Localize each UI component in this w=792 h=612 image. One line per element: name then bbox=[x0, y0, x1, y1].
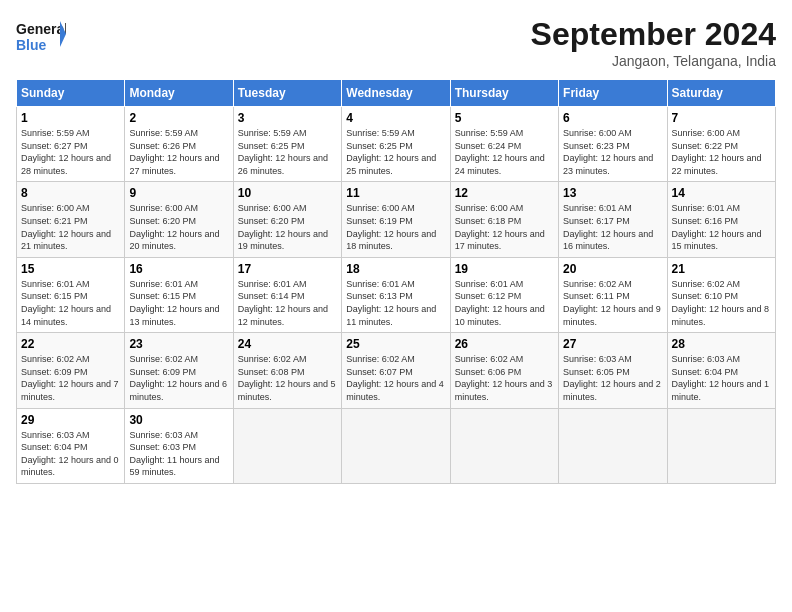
day-number: 9 bbox=[129, 186, 228, 200]
day-info: Sunrise: 6:03 AM Sunset: 6:04 PM Dayligh… bbox=[672, 353, 771, 403]
calendar-week-row: 22 Sunrise: 6:02 AM Sunset: 6:09 PM Dayl… bbox=[17, 333, 776, 408]
header: General Blue September 2024 Jangaon, Tel… bbox=[16, 16, 776, 69]
calendar-day-cell: 20 Sunrise: 6:02 AM Sunset: 6:11 PM Dayl… bbox=[559, 257, 667, 332]
day-info: Sunrise: 6:01 AM Sunset: 6:14 PM Dayligh… bbox=[238, 278, 337, 328]
day-info: Sunrise: 6:01 AM Sunset: 6:15 PM Dayligh… bbox=[21, 278, 120, 328]
calendar-day-cell bbox=[450, 408, 558, 483]
calendar-day-cell: 8 Sunrise: 6:00 AM Sunset: 6:21 PM Dayli… bbox=[17, 182, 125, 257]
day-info: Sunrise: 6:02 AM Sunset: 6:09 PM Dayligh… bbox=[129, 353, 228, 403]
day-number: 23 bbox=[129, 337, 228, 351]
day-info: Sunrise: 6:00 AM Sunset: 6:21 PM Dayligh… bbox=[21, 202, 120, 252]
day-info: Sunrise: 5:59 AM Sunset: 6:25 PM Dayligh… bbox=[346, 127, 445, 177]
calendar-day-cell: 12 Sunrise: 6:00 AM Sunset: 6:18 PM Dayl… bbox=[450, 182, 558, 257]
day-info: Sunrise: 6:02 AM Sunset: 6:06 PM Dayligh… bbox=[455, 353, 554, 403]
calendar-day-cell: 9 Sunrise: 6:00 AM Sunset: 6:20 PM Dayli… bbox=[125, 182, 233, 257]
svg-text:General: General bbox=[16, 21, 66, 37]
calendar-day-cell: 6 Sunrise: 6:00 AM Sunset: 6:23 PM Dayli… bbox=[559, 107, 667, 182]
day-number: 27 bbox=[563, 337, 662, 351]
day-info: Sunrise: 6:00 AM Sunset: 6:22 PM Dayligh… bbox=[672, 127, 771, 177]
day-info: Sunrise: 6:02 AM Sunset: 6:07 PM Dayligh… bbox=[346, 353, 445, 403]
calendar-day-cell: 24 Sunrise: 6:02 AM Sunset: 6:08 PM Dayl… bbox=[233, 333, 341, 408]
day-info: Sunrise: 6:03 AM Sunset: 6:03 PM Dayligh… bbox=[129, 429, 228, 479]
day-info: Sunrise: 6:00 AM Sunset: 6:20 PM Dayligh… bbox=[129, 202, 228, 252]
calendar-day-cell: 18 Sunrise: 6:01 AM Sunset: 6:13 PM Dayl… bbox=[342, 257, 450, 332]
calendar-day-cell: 7 Sunrise: 6:00 AM Sunset: 6:22 PM Dayli… bbox=[667, 107, 775, 182]
day-info: Sunrise: 5:59 AM Sunset: 6:24 PM Dayligh… bbox=[455, 127, 554, 177]
calendar-day-cell bbox=[233, 408, 341, 483]
day-info: Sunrise: 5:59 AM Sunset: 6:26 PM Dayligh… bbox=[129, 127, 228, 177]
day-number: 26 bbox=[455, 337, 554, 351]
calendar-day-cell: 4 Sunrise: 5:59 AM Sunset: 6:25 PM Dayli… bbox=[342, 107, 450, 182]
day-number: 3 bbox=[238, 111, 337, 125]
day-number: 21 bbox=[672, 262, 771, 276]
day-info: Sunrise: 6:00 AM Sunset: 6:20 PM Dayligh… bbox=[238, 202, 337, 252]
day-number: 1 bbox=[21, 111, 120, 125]
day-number: 6 bbox=[563, 111, 662, 125]
calendar-day-cell: 23 Sunrise: 6:02 AM Sunset: 6:09 PM Dayl… bbox=[125, 333, 233, 408]
calendar-day-cell: 28 Sunrise: 6:03 AM Sunset: 6:04 PM Dayl… bbox=[667, 333, 775, 408]
calendar-day-header: Sunday bbox=[17, 80, 125, 107]
calendar-day-cell: 3 Sunrise: 5:59 AM Sunset: 6:25 PM Dayli… bbox=[233, 107, 341, 182]
calendar-day-cell: 1 Sunrise: 5:59 AM Sunset: 6:27 PM Dayli… bbox=[17, 107, 125, 182]
day-info: Sunrise: 6:00 AM Sunset: 6:18 PM Dayligh… bbox=[455, 202, 554, 252]
calendar-header-row: SundayMondayTuesdayWednesdayThursdayFrid… bbox=[17, 80, 776, 107]
day-number: 4 bbox=[346, 111, 445, 125]
day-number: 17 bbox=[238, 262, 337, 276]
month-title: September 2024 bbox=[531, 16, 776, 53]
day-info: Sunrise: 6:01 AM Sunset: 6:16 PM Dayligh… bbox=[672, 202, 771, 252]
calendar-day-cell: 16 Sunrise: 6:01 AM Sunset: 6:15 PM Dayl… bbox=[125, 257, 233, 332]
calendar-day-cell: 11 Sunrise: 6:00 AM Sunset: 6:19 PM Dayl… bbox=[342, 182, 450, 257]
calendar-day-cell: 22 Sunrise: 6:02 AM Sunset: 6:09 PM Dayl… bbox=[17, 333, 125, 408]
day-number: 14 bbox=[672, 186, 771, 200]
day-number: 2 bbox=[129, 111, 228, 125]
calendar-day-header: Friday bbox=[559, 80, 667, 107]
day-number: 5 bbox=[455, 111, 554, 125]
day-info: Sunrise: 6:03 AM Sunset: 6:05 PM Dayligh… bbox=[563, 353, 662, 403]
day-number: 19 bbox=[455, 262, 554, 276]
calendar-table: SundayMondayTuesdayWednesdayThursdayFrid… bbox=[16, 79, 776, 484]
day-number: 16 bbox=[129, 262, 228, 276]
day-number: 13 bbox=[563, 186, 662, 200]
calendar-day-cell: 2 Sunrise: 5:59 AM Sunset: 6:26 PM Dayli… bbox=[125, 107, 233, 182]
day-info: Sunrise: 5:59 AM Sunset: 6:25 PM Dayligh… bbox=[238, 127, 337, 177]
day-number: 25 bbox=[346, 337, 445, 351]
day-info: Sunrise: 6:01 AM Sunset: 6:13 PM Dayligh… bbox=[346, 278, 445, 328]
day-info: Sunrise: 6:02 AM Sunset: 6:10 PM Dayligh… bbox=[672, 278, 771, 328]
day-number: 28 bbox=[672, 337, 771, 351]
calendar-day-header: Tuesday bbox=[233, 80, 341, 107]
calendar-day-cell: 10 Sunrise: 6:00 AM Sunset: 6:20 PM Dayl… bbox=[233, 182, 341, 257]
calendar-day-cell: 17 Sunrise: 6:01 AM Sunset: 6:14 PM Dayl… bbox=[233, 257, 341, 332]
calendar-day-header: Wednesday bbox=[342, 80, 450, 107]
calendar-day-cell: 19 Sunrise: 6:01 AM Sunset: 6:12 PM Dayl… bbox=[450, 257, 558, 332]
calendar-day-header: Thursday bbox=[450, 80, 558, 107]
calendar-day-cell bbox=[667, 408, 775, 483]
calendar-day-cell: 27 Sunrise: 6:03 AM Sunset: 6:05 PM Dayl… bbox=[559, 333, 667, 408]
day-number: 18 bbox=[346, 262, 445, 276]
day-info: Sunrise: 6:01 AM Sunset: 6:15 PM Dayligh… bbox=[129, 278, 228, 328]
calendar-day-cell bbox=[342, 408, 450, 483]
calendar-day-cell: 14 Sunrise: 6:01 AM Sunset: 6:16 PM Dayl… bbox=[667, 182, 775, 257]
calendar-day-header: Saturday bbox=[667, 80, 775, 107]
svg-text:Blue: Blue bbox=[16, 37, 47, 53]
calendar-week-row: 8 Sunrise: 6:00 AM Sunset: 6:21 PM Dayli… bbox=[17, 182, 776, 257]
logo-svg: General Blue bbox=[16, 16, 66, 61]
day-info: Sunrise: 5:59 AM Sunset: 6:27 PM Dayligh… bbox=[21, 127, 120, 177]
calendar-week-row: 15 Sunrise: 6:01 AM Sunset: 6:15 PM Dayl… bbox=[17, 257, 776, 332]
day-number: 10 bbox=[238, 186, 337, 200]
day-number: 7 bbox=[672, 111, 771, 125]
calendar-day-cell: 15 Sunrise: 6:01 AM Sunset: 6:15 PM Dayl… bbox=[17, 257, 125, 332]
day-number: 24 bbox=[238, 337, 337, 351]
day-number: 30 bbox=[129, 413, 228, 427]
day-info: Sunrise: 6:02 AM Sunset: 6:08 PM Dayligh… bbox=[238, 353, 337, 403]
calendar-day-header: Monday bbox=[125, 80, 233, 107]
day-info: Sunrise: 6:03 AM Sunset: 6:04 PM Dayligh… bbox=[21, 429, 120, 479]
day-number: 8 bbox=[21, 186, 120, 200]
calendar-week-row: 1 Sunrise: 5:59 AM Sunset: 6:27 PM Dayli… bbox=[17, 107, 776, 182]
day-info: Sunrise: 6:02 AM Sunset: 6:09 PM Dayligh… bbox=[21, 353, 120, 403]
day-number: 15 bbox=[21, 262, 120, 276]
calendar-day-cell: 29 Sunrise: 6:03 AM Sunset: 6:04 PM Dayl… bbox=[17, 408, 125, 483]
calendar-day-cell: 13 Sunrise: 6:01 AM Sunset: 6:17 PM Dayl… bbox=[559, 182, 667, 257]
calendar-week-row: 29 Sunrise: 6:03 AM Sunset: 6:04 PM Dayl… bbox=[17, 408, 776, 483]
day-info: Sunrise: 6:02 AM Sunset: 6:11 PM Dayligh… bbox=[563, 278, 662, 328]
day-number: 29 bbox=[21, 413, 120, 427]
